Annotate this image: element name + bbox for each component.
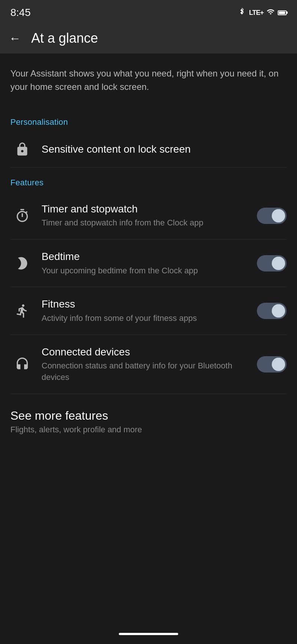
bedtime-toggle[interactable] [257,255,287,271]
toolbar: ← At a glance [0,23,297,53]
lte-icon: LTE+ [249,9,264,17]
description-text: Your Assistant shows you what you need, … [10,67,287,94]
status-icons: LTE+ [238,8,287,18]
bluetooth-icon [238,8,246,18]
description-section: Your Assistant shows you what you need, … [0,53,297,107]
home-indicator[interactable] [119,633,178,635]
fitness-icon [10,303,34,318]
connected-devices-toggle-container[interactable] [257,356,287,373]
connected-devices-content: Connected devices Connection status and … [34,345,249,383]
sensitive-content-item[interactable]: Sensitive content on lock screen [0,131,297,167]
features-section-title: Features [10,178,43,187]
timer-stopwatch-content: Timer and stopwatch Timer and stopwatch … [34,202,249,229]
personalisation-section-title: Personalisation [10,117,68,127]
timer-stopwatch-subtitle: Timer and stopwatch info from the Clock … [42,217,249,229]
timer-stopwatch-toggle[interactable] [257,208,287,224]
timer-icon [10,208,34,223]
fitness-toggle[interactable] [257,303,287,319]
bedtime-title: Bedtime [42,250,249,263]
features-section-header: Features [0,167,297,192]
sensitive-content-content: Sensitive content on lock screen [34,143,287,156]
bedtime-item[interactable]: Bedtime Your upcoming bedtime from the C… [0,240,297,287]
status-time: 8:45 [10,7,31,19]
bedtime-icon [10,256,34,271]
see-more-section[interactable]: See more features Flights, alerts, work … [0,394,297,445]
fitness-title: Fitness [42,297,249,311]
page-title: At a glance [31,30,98,46]
personalisation-section-header: Personalisation [0,107,297,131]
bottom-nav [0,633,297,635]
timer-stopwatch-toggle-container[interactable] [257,208,287,224]
see-more-title: See more features [10,409,287,423]
fitness-subtitle: Activity info from some of your fitness … [42,313,249,324]
connected-devices-toggle[interactable] [257,356,287,373]
bedtime-content: Bedtime Your upcoming bedtime from the C… [34,250,249,276]
sensitive-content-title: Sensitive content on lock screen [42,143,287,156]
headphones-icon [10,357,34,372]
bedtime-toggle-container[interactable] [257,255,287,271]
timer-stopwatch-item[interactable]: Timer and stopwatch Timer and stopwatch … [0,192,297,239]
fitness-toggle-container[interactable] [257,303,287,319]
lock-icon [10,142,34,157]
connected-devices-title: Connected devices [42,345,249,359]
battery-icon [278,10,287,15]
back-button[interactable]: ← [9,32,21,44]
signal-icon [267,8,275,18]
bedtime-subtitle: Your upcoming bedtime from the Clock app [42,265,249,277]
status-bar: 8:45 LTE+ [0,0,297,23]
fitness-content: Fitness Activity info from some of your … [34,297,249,324]
see-more-subtitle: Flights, alerts, work profile and more [10,425,287,435]
fitness-item[interactable]: Fitness Activity info from some of your … [0,287,297,334]
connected-devices-item[interactable]: Connected devices Connection status and … [0,335,297,394]
connected-devices-subtitle: Connection status and battery info for y… [42,360,249,383]
timer-stopwatch-title: Timer and stopwatch [42,202,249,216]
